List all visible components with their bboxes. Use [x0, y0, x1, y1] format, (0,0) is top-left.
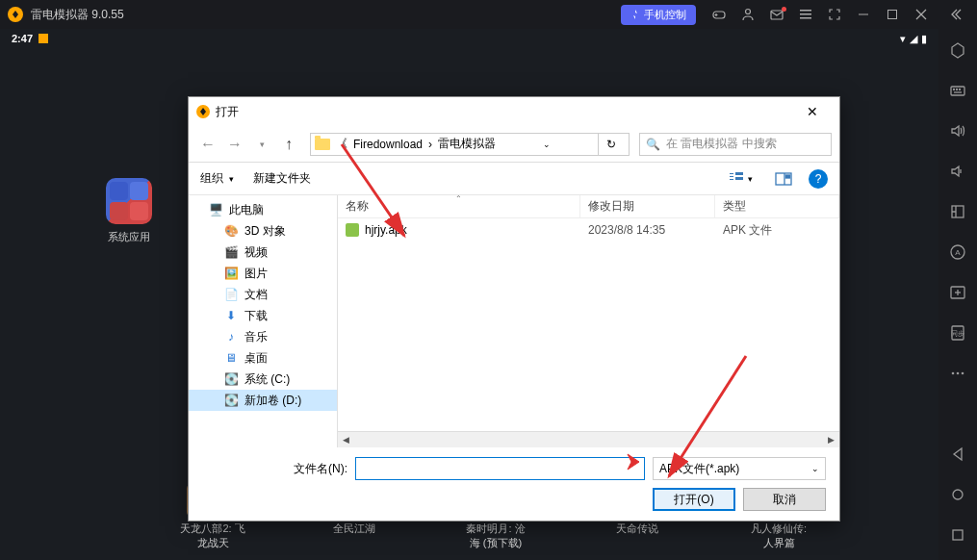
tree-item-drive-c[interactable]: 💽系统 (C:) — [189, 369, 337, 390]
dialog-toolbar: 组织▾ 新建文件夹 ▾ ? — [189, 163, 839, 195]
emulator-sidebar: A 同步 — [938, 29, 977, 560]
android-back-icon[interactable] — [946, 443, 969, 466]
android-clock: 2:47 — [12, 33, 33, 44]
tree-item-downloads[interactable]: ⬇下载 — [189, 305, 337, 326]
svg-point-23 — [957, 89, 958, 90]
column-header-date[interactable]: 修改日期 — [580, 195, 715, 217]
svg-text:A: A — [955, 248, 961, 257]
address-dropdown-icon[interactable]: ⌄ — [543, 140, 551, 149]
breadcrumb-item[interactable]: Firedownload — [353, 138, 423, 151]
nav-up-icon[interactable]: ↑ — [277, 133, 300, 156]
tree-item-computer[interactable]: 🖥️此电脑 — [189, 199, 337, 220]
breadcrumb-separator: › — [428, 138, 432, 151]
system-app-icon[interactable]: 系统应用 — [106, 178, 152, 244]
fullscreen-icon[interactable] — [821, 1, 848, 28]
svg-rect-12 — [730, 179, 733, 180]
maximize-icon[interactable] — [879, 1, 906, 28]
svg-point-24 — [960, 89, 961, 90]
collapse-sidebar-icon[interactable] — [942, 0, 969, 29]
dialog-close-button[interactable]: ✕ — [793, 97, 832, 126]
svg-rect-17 — [786, 175, 790, 178]
cancel-button[interactable]: 取消 — [743, 488, 826, 511]
dialog-logo-icon — [196, 105, 210, 118]
locale-icon[interactable]: A — [946, 241, 969, 264]
tree-item-3d[interactable]: 🎨3D 对象 — [189, 220, 337, 242]
svg-rect-21 — [951, 87, 964, 95]
svg-rect-5 — [800, 17, 811, 19]
svg-rect-7 — [888, 11, 897, 19]
android-recent-icon[interactable] — [946, 523, 969, 547]
new-folder-button[interactable]: 新建文件夹 — [253, 170, 311, 187]
more-icon[interactable] — [946, 362, 969, 385]
app-logo-icon — [8, 7, 23, 22]
svg-rect-10 — [730, 173, 733, 174]
filename-label: 文件名(N): — [294, 461, 347, 477]
svg-point-34 — [952, 372, 955, 375]
scroll-right-icon[interactable]: ▶ — [823, 432, 839, 447]
help-button[interactable]: ? — [809, 169, 828, 189]
file-open-dialog: 打开 ✕ ← → ▾ ↑ 《 Firedownload › 雷电模拟器 ⌄ ↻ — [188, 96, 840, 522]
signal-icon: ◢ — [910, 33, 917, 45]
dialog-footer: 文件名(N): APK文件(*.apk)⌄ 打开(O) 取消 — [189, 447, 839, 521]
horizontal-scrollbar[interactable]: ◀ ▶ — [338, 431, 839, 447]
tree-item-drive-d[interactable]: 💽新加卷 (D:) — [189, 390, 337, 411]
preview-pane-button[interactable] — [766, 168, 801, 190]
svg-marker-20 — [952, 43, 964, 58]
apk-file-icon — [346, 223, 359, 237]
file-list: ⌃名称 修改日期 类型 hjrjy.apk 2023/8/8 14:35 APK… — [338, 195, 839, 447]
volume-down-icon[interactable] — [946, 160, 969, 183]
breadcrumb-item[interactable]: 雷电模拟器 — [438, 136, 496, 152]
tree-item-music[interactable]: ♪音乐 — [189, 326, 337, 347]
android-home-icon[interactable] — [946, 483, 969, 506]
user-icon[interactable] — [734, 1, 761, 28]
address-bar[interactable]: 《 Firedownload › 雷电模拟器 ⌄ ↻ — [310, 133, 630, 156]
add-screen-icon[interactable] — [946, 281, 969, 304]
close-icon[interactable] — [908, 1, 935, 28]
dialog-titlebar: 打开 ✕ — [189, 97, 839, 126]
svg-point-1 — [746, 10, 751, 14]
column-header-name[interactable]: ⌃名称 — [338, 195, 580, 217]
filename-input[interactable] — [355, 457, 645, 480]
volume-up-icon[interactable] — [946, 119, 969, 142]
svg-text:同步: 同步 — [951, 330, 964, 338]
nav-dropdown-icon[interactable]: ▾ — [250, 133, 273, 156]
search-icon: 🔍 — [646, 138, 660, 151]
menu-icon[interactable] — [792, 1, 819, 28]
video-icon: 🎬 — [223, 244, 239, 260]
minimize-icon[interactable] — [850, 1, 877, 28]
drive-icon: 💽 — [223, 371, 239, 387]
expand-icon[interactable] — [946, 200, 969, 223]
file-list-header: ⌃名称 修改日期 类型 — [338, 195, 839, 218]
view-options-button[interactable]: ▾ — [724, 168, 758, 190]
filetype-dropdown[interactable]: APK文件(*.apk)⌄ — [653, 457, 826, 480]
organize-menu[interactable]: 组织 — [200, 170, 223, 187]
column-header-type[interactable]: 类型 — [715, 195, 839, 217]
gamepad-icon[interactable] — [706, 1, 733, 28]
phone-control-button[interactable]: 手机控制 — [621, 5, 696, 25]
tree-item-pictures[interactable]: 🖼️图片 — [189, 263, 337, 284]
tree-item-desktop[interactable]: 🖥桌面 — [189, 347, 337, 369]
svg-point-35 — [957, 372, 960, 375]
download-icon: ⬇ — [223, 308, 239, 323]
file-row[interactable]: hjrjy.apk 2023/8/8 14:35 APK 文件 — [338, 218, 839, 242]
script-icon[interactable]: 同步 — [946, 321, 969, 344]
nav-forward-icon: → — [223, 133, 246, 156]
folder-tree: 🖥️此电脑 🎨3D 对象 🎬视频 🖼️图片 📄文档 ⬇下载 ♪音乐 🖥桌面 💽系… — [189, 195, 338, 447]
tree-item-video[interactable]: 🎬视频 — [189, 242, 337, 263]
wifi-icon: ▾ — [900, 33, 906, 45]
open-button[interactable]: 打开(O) — [653, 488, 735, 511]
search-input[interactable]: 🔍 在 雷电模拟器 中搜索 — [639, 133, 832, 156]
music-icon: ♪ — [223, 329, 239, 344]
keyboard-icon[interactable] — [946, 79, 969, 102]
target-icon[interactable] — [946, 38, 969, 62]
tree-item-documents[interactable]: 📄文档 — [189, 284, 337, 305]
svg-rect-4 — [800, 13, 811, 15]
scroll-left-icon[interactable]: ◀ — [338, 432, 354, 447]
app-title: 雷电模拟器 9.0.55 — [31, 7, 621, 23]
battery-icon: ▮ — [921, 33, 927, 45]
computer-icon: 🖥️ — [208, 202, 223, 217]
mail-icon[interactable] — [763, 1, 790, 28]
nav-back-icon[interactable]: ← — [196, 133, 219, 156]
svg-point-36 — [962, 372, 964, 375]
refresh-icon[interactable]: ↻ — [598, 133, 625, 156]
